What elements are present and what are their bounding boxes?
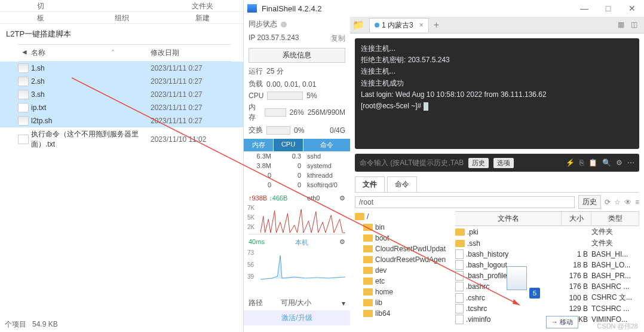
remote-file-row[interactable]: .bash_logout18 BBASH_LO... [455, 260, 639, 270]
close-button[interactable]: ✕ [620, 0, 644, 17]
dir-item[interactable]: lib64 [355, 308, 450, 319]
eye-icon[interactable]: 👁 [624, 198, 631, 206]
remote-file-row[interactable]: .bashrc176 BBASHRC ... [455, 281, 639, 292]
drag-count-badge: 5 [529, 288, 540, 299]
command-input[interactable]: 命令输入 (按ALT键提示历史,TAB [360, 158, 464, 168]
activate-button[interactable]: 激活/升级 [244, 310, 350, 325]
dir-item[interactable]: bin [355, 222, 450, 233]
tab-file[interactable]: 文件 [355, 176, 385, 192]
folder-icon [363, 245, 373, 252]
sh-file-icon [18, 63, 29, 73]
dir-item[interactable]: boot [355, 233, 450, 243]
paste-icon[interactable]: 📋 [588, 159, 597, 167]
options-button[interactable]: 选项 [493, 158, 514, 168]
settings-icon[interactable]: ⚙ [339, 194, 345, 202]
minimize-button[interactable]: — [572, 0, 596, 17]
sysinfo-button[interactable]: 系统信息 [249, 48, 345, 63]
folder-icon [355, 213, 364, 220]
column-headers: ◄ 名称˄ 修改日期 [18, 44, 231, 62]
copy-icon[interactable]: ⎘ [579, 159, 584, 167]
dir-item[interactable]: CloudResetPwdUpdat [355, 243, 450, 254]
folder-icon [363, 234, 373, 242]
process-table-header: 内存 CPU 命令 [244, 139, 350, 151]
breadcrumb[interactable]: L2TP一键搭建脚本 [0, 24, 243, 44]
cursor [424, 102, 428, 111]
path-input[interactable]: /root [355, 196, 575, 208]
remote-file-row[interactable]: .ssh文件夹 [455, 237, 639, 249]
process-row[interactable]: 00kthreadd [244, 170, 350, 180]
process-row[interactable]: 3.8M0systemd [244, 161, 350, 170]
dir-item[interactable]: etc [355, 276, 450, 287]
folder-icon[interactable]: 📁 [350, 19, 367, 31]
star-icon[interactable]: ☆ [614, 198, 621, 206]
layout-icon[interactable]: ◫ [631, 20, 640, 30]
bolt-icon[interactable]: ⚡ [566, 159, 575, 167]
sh-file-icon [18, 116, 29, 126]
maximize-button[interactable]: □ [596, 0, 620, 17]
file-row[interactable]: l2tp.sh2023/11/11 0:27 [0, 114, 243, 127]
tab-bar: 📁 1 内蒙古3 × + ▦ ◫ [350, 17, 644, 33]
settings-icon[interactable]: ⚙ [339, 238, 345, 247]
col-date[interactable]: 修改日期 [151, 48, 231, 58]
drag-preview: 5 [507, 266, 536, 296]
file-row[interactable]: 2.sh2023/11/11 0:27 [0, 75, 243, 88]
latency-value: 40ms [249, 238, 265, 247]
refresh-icon[interactable]: ⟳ [605, 198, 611, 206]
finalshell-window: FinalShell 4.2.4.2 — □ ✕ 同步状态 IP 203.57.… [244, 0, 644, 332]
menu-icon[interactable]: ≡ [635, 198, 639, 206]
bottom-controls: 路径 可用/大小 ▾ [244, 296, 350, 310]
move-hint: → 移动 [546, 316, 578, 328]
folder-icon [363, 256, 373, 263]
folder-icon [455, 240, 465, 247]
grid-icon[interactable]: ▦ [618, 20, 627, 30]
remote-file-row[interactable]: .bash_profile176 BBASH_PR... [455, 270, 639, 281]
file-row[interactable]: 1.sh2023/11/11 0:27 [0, 62, 243, 75]
chevron-down-icon[interactable]: ▾ [342, 299, 345, 307]
status-dot-icon [375, 23, 379, 28]
ribbon-cut[interactable]: 切 [0, 0, 81, 11]
process-row[interactable]: 6.3M0.3sshd [244, 151, 350, 161]
tab-session[interactable]: 1 内蒙古3 × [369, 18, 429, 32]
file-row[interactable]: 3.sh2023/11/11 0:27 [0, 88, 243, 101]
file-icon [455, 271, 464, 281]
file-row[interactable]: ip.txt2023/11/11 0:27 [0, 101, 243, 114]
explorer-ribbon2: 板 组织 新建 [0, 12, 243, 24]
terminal[interactable]: 连接主机... 拒绝主机密钥: 203.57.5.243 连接主机... 连接主… [355, 38, 639, 149]
add-tab-button[interactable]: + [434, 20, 439, 31]
ribbon-board: 板 [0, 12, 81, 23]
tab-cmd[interactable]: 命令 [387, 176, 417, 192]
history-button[interactable]: 历史 [468, 158, 489, 168]
sort-chevron-icon[interactable]: ˄ [111, 49, 115, 57]
col-name[interactable]: 名称 [31, 48, 45, 57]
remote-file-row[interactable]: .tcshrc129 BTCSHRC ... [455, 303, 639, 314]
file-icon [455, 282, 464, 291]
dir-item[interactable]: home [355, 287, 450, 297]
file-row[interactable]: 执行命令（这个不用拖到服务器里面）.txt2023/11/10 11:02 [0, 127, 243, 151]
file-icon [455, 293, 464, 303]
path-history-button[interactable]: 历史 [578, 195, 601, 209]
more-icon[interactable]: ⋯ [627, 159, 634, 167]
process-row[interactable]: 00ksoftirqd/0 [244, 180, 350, 190]
folder-icon [455, 229, 465, 236]
folder-icon [363, 267, 373, 274]
dir-item[interactable]: / [355, 211, 450, 222]
gear-icon[interactable]: ⚙ [616, 159, 622, 167]
watermark: CSDN @伟28 [597, 322, 638, 331]
search-icon[interactable]: 🔍 [602, 159, 611, 167]
back-icon[interactable]: ◄ [18, 48, 31, 58]
dir-item[interactable]: CloudrResetPwdAgen [355, 254, 450, 265]
file-icon [455, 304, 464, 313]
remote-file-row[interactable]: .bash_history1 BBASH_HI... [455, 249, 639, 260]
tab-close-icon[interactable]: × [419, 21, 424, 29]
net-chart: 7K 5K 2K [249, 205, 345, 234]
remote-file-row[interactable]: .cshrc100 BCSHRC 文... [455, 292, 639, 303]
ribbon-new[interactable]: 新建 [162, 12, 243, 23]
stats-panel: 同步状态 IP 203.57.5.243复制 系统信息 运行25 分 负载0.0… [244, 17, 350, 328]
directory-tree[interactable]: /binbootCloudResetPwdUpdatCloudrResetPwd… [355, 211, 450, 325]
dir-item[interactable]: lib [355, 297, 450, 308]
dir-item[interactable]: dev [355, 265, 450, 276]
folder-icon [363, 299, 373, 306]
ribbon-org: 组织 [81, 12, 162, 23]
remote-file-row[interactable]: .pki文件夹 [455, 226, 639, 237]
copy-ip-button[interactable]: 复制 [331, 33, 345, 44]
